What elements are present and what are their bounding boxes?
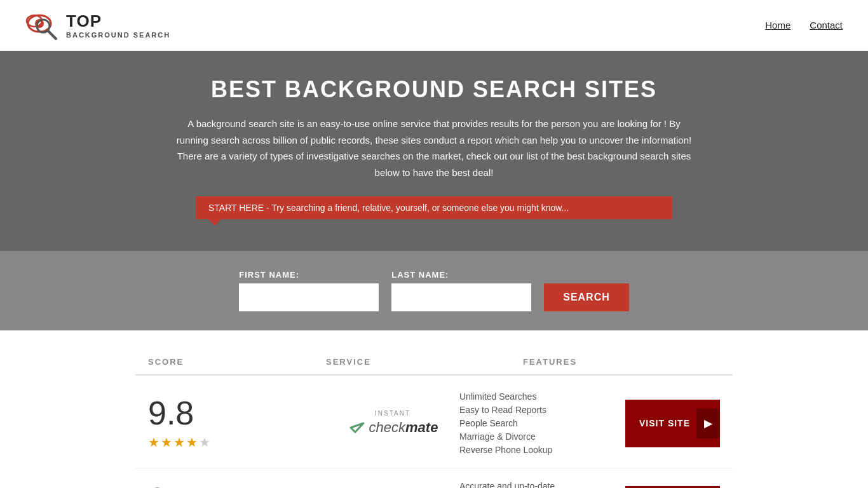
logo-text: TOP BACKGROUND SEARCH	[66, 11, 170, 39]
page-title: BEST BACKGROUND SEARCH SITES	[13, 76, 855, 103]
score-number-2: 9.4	[148, 483, 194, 488]
svg-line-4	[48, 30, 56, 39]
score-col-2: 9.4 ★★★★★	[148, 483, 326, 488]
logo-top-text: TOP	[66, 11, 170, 31]
search-area: FIRST NAME: LAST NAME: SEARCH	[0, 251, 868, 330]
feature-item: Easy to Read Reports	[459, 405, 593, 415]
first-name-label: FIRST NAME:	[239, 270, 379, 280]
visit-col-2: VISIT SITE ▶	[593, 486, 720, 489]
svg-marker-6	[351, 423, 363, 432]
checkmate-text: checkmate	[369, 419, 438, 436]
table-row: 9.4 ★★★★★ People Looker Accurate and up-…	[135, 468, 733, 488]
nav-home[interactable]: Home	[765, 20, 790, 30]
logo-sub-text: BACKGROUND SEARCH	[66, 31, 170, 39]
feature-item: Reverse Phone Lookup	[459, 445, 593, 455]
checkmate-icon	[348, 418, 367, 437]
site-header: TOP BACKGROUND SEARCH Home Contact	[0, 0, 868, 51]
feature-item: Unlimited Searches	[459, 391, 593, 402]
table-header: SCORE SERVICE FEATURES	[135, 349, 733, 376]
nav-contact[interactable]: Contact	[810, 20, 843, 30]
features-col-2: Accurate and up-to-date information Unli…	[459, 481, 593, 488]
service-col-1: INSTANT checkmate	[326, 410, 459, 437]
first-name-group: FIRST NAME:	[239, 270, 379, 311]
callout-bar: START HERE - Try searching a friend, rel…	[196, 196, 672, 219]
last-name-label: LAST NAME:	[391, 270, 531, 280]
instant-label: INSTANT	[375, 410, 410, 417]
table-row: 9.8 ★★★★★ INSTANT checkmate Unlimited Se…	[135, 379, 733, 468]
stars-1: ★★★★★	[148, 435, 212, 450]
callout-text: START HERE - Try searching a friend, rel…	[208, 203, 569, 213]
feature-item: Accurate and up-to-date information	[459, 481, 593, 488]
first-name-input[interactable]	[239, 283, 379, 311]
last-name-input[interactable]	[391, 283, 531, 311]
last-name-group: LAST NAME:	[391, 270, 531, 311]
score-number-1: 9.8	[148, 396, 194, 430]
search-form: FIRST NAME: LAST NAME: SEARCH	[13, 270, 855, 311]
search-button[interactable]: SEARCH	[544, 283, 629, 311]
features-header: FEATURES	[523, 357, 720, 367]
feature-item: Marriage & Divorce	[459, 431, 593, 442]
feature-item: People Search	[459, 418, 593, 428]
score-col-1: 9.8 ★★★★★	[148, 396, 326, 450]
logo-icon	[25, 10, 64, 41]
hero-section: BEST BACKGROUND SEARCH SITES A backgroun…	[0, 51, 868, 251]
service-header: SERVICE	[326, 357, 523, 367]
features-col-1: Unlimited Searches Easy to Read Reports …	[459, 391, 593, 455]
visit-site-button-1[interactable]: VISIT SITE ▶	[625, 400, 720, 447]
logo: TOP BACKGROUND SEARCH	[25, 10, 170, 41]
results-table: SCORE SERVICE FEATURES 9.8 ★★★★★ INSTANT…	[123, 349, 745, 488]
visit-col-1: VISIT SITE ▶	[593, 400, 720, 447]
checkmate-wordmark: checkmate	[348, 418, 438, 437]
visit-site-button-2[interactable]: VISIT SITE ▶	[625, 486, 720, 489]
checkmate-logo: INSTANT checkmate	[348, 410, 438, 437]
score-header: SCORE	[148, 357, 326, 367]
visit-arrow-icon: ▶	[696, 409, 720, 438]
main-nav: Home Contact	[765, 20, 843, 30]
hero-description: A background search site is an easy-to-u…	[173, 116, 695, 180]
